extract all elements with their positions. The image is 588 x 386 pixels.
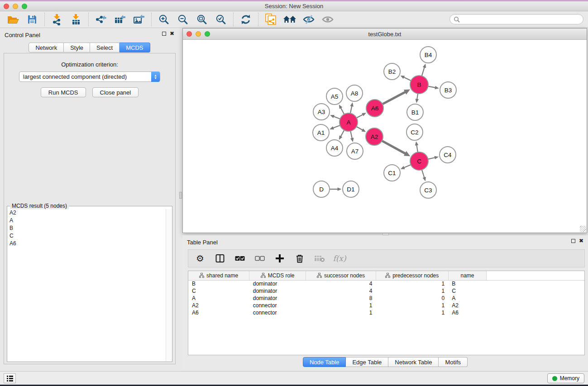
export-image-icon[interactable] — [132, 13, 146, 26]
show-all-icon[interactable] — [321, 13, 335, 26]
graph-node-label: C — [417, 158, 421, 165]
search-field[interactable] — [449, 14, 583, 24]
graph-edge-A-A2 — [356, 127, 363, 130]
float-table-panel-icon[interactable] — [571, 239, 575, 243]
window-resize-grip[interactable] — [580, 226, 586, 232]
table-row[interactable]: A6connector11A6 — [188, 309, 584, 316]
vertical-split-handle[interactable] — [179, 192, 182, 199]
import-network-icon[interactable] — [50, 13, 64, 26]
column-header-name[interactable]: name — [448, 271, 487, 280]
table-row[interactable]: A2connector11A2 — [188, 302, 584, 309]
graph-node-label: B — [417, 81, 421, 88]
mcds-panel: Optimization criterion: largest connecte… — [4, 53, 176, 364]
toolbar-separator — [44, 13, 45, 26]
tab-network[interactable]: Network — [29, 43, 64, 52]
graph-node-label: A7 — [351, 148, 359, 155]
graph-edge-B-B4 — [422, 67, 425, 76]
tab-edge-table[interactable]: Edge Table — [346, 357, 388, 367]
column-header-predecessor-nodes[interactable]: predecessor nodes — [376, 271, 448, 280]
tab-select[interactable]: Select — [90, 43, 120, 52]
graph-node-label: B2 — [388, 68, 396, 75]
toolbar-separator — [233, 13, 234, 26]
mcds-result-item[interactable]: A — [8, 217, 165, 224]
add-column-icon[interactable] — [274, 253, 285, 264]
attribute-settings-icon[interactable]: ⚙ — [195, 253, 206, 264]
network-graph[interactable]: AA1A2A3A4A5A6A7A8BB1B2B3B4CC1C2C3C4DD1 — [183, 40, 587, 233]
run-mcds-button[interactable]: Run MCDS — [41, 87, 86, 97]
first-neighbors-icon[interactable] — [283, 13, 296, 26]
memory-status-icon — [552, 376, 557, 381]
memory-button[interactable]: Memory — [547, 373, 584, 383]
table-row[interactable]: Cdominator41C — [188, 287, 584, 295]
apply-layout-icon[interactable] — [239, 13, 253, 26]
import-table-icon[interactable] — [69, 13, 83, 26]
graph-node-label: B1 — [411, 109, 419, 116]
zoom-fit-icon[interactable] — [195, 13, 209, 26]
select-all-rows-icon[interactable] — [234, 253, 245, 264]
mcds-result-scrollbar[interactable] — [166, 209, 172, 361]
toolbar-separator — [88, 13, 89, 26]
task-history-button[interactable] — [4, 373, 16, 383]
status-bar: Memory — [0, 371, 588, 385]
search-icon — [454, 16, 460, 23]
column-visibility-icon[interactable] — [215, 253, 225, 264]
tab-style[interactable]: Style — [64, 43, 90, 52]
close-table-panel-icon[interactable]: ✖ — [579, 239, 583, 243]
graph-node-label: A2 — [371, 133, 378, 140]
float-panel-icon[interactable] — [162, 32, 166, 36]
mcds-result-item[interactable]: A6 — [8, 240, 165, 248]
zoom-in-icon[interactable] — [157, 13, 171, 26]
tab-motifs[interactable]: Motifs — [439, 357, 468, 367]
main-titlebar: Session: New Session — [0, 1, 588, 11]
mcds-result-item[interactable]: B — [8, 224, 165, 232]
graph-edge-A-A8 — [350, 105, 352, 113]
criterion-dropdown[interactable]: largest connected component (directed) ▲… — [19, 71, 160, 82]
tab-node-table[interactable]: Node Table — [303, 357, 346, 367]
save-session-icon[interactable] — [25, 13, 39, 26]
mcds-result-item[interactable]: C — [8, 232, 165, 240]
mcds-result-item[interactable]: A2 — [8, 209, 165, 217]
destroy-table-icon[interactable] — [314, 253, 325, 264]
column-header-filler — [487, 271, 584, 280]
control-panel: Control Panel ✖ NetworkStyleSelectMCDS O… — [0, 28, 179, 371]
graph-node-label: C1 — [388, 170, 396, 176]
table-row[interactable]: Bdominator41B — [188, 280, 584, 287]
optimization-criterion-label: Optimization criterion: — [4, 61, 175, 68]
mcds-result-group: MCDS result (5 nodes) A2ABCA6 — [7, 206, 172, 362]
new-network-from-selection-icon[interactable] — [264, 13, 277, 26]
tab-network-table[interactable]: Network Table — [388, 357, 439, 367]
zoom-out-icon[interactable] — [176, 13, 190, 26]
graph-edge-A-A6 — [357, 114, 363, 118]
control-panel-title: Control Panel — [5, 32, 40, 38]
tab-mcds[interactable]: MCDS — [120, 43, 150, 52]
hide-selected-icon[interactable] — [302, 13, 316, 26]
table-row[interactable]: Adominator80A — [188, 295, 584, 302]
memory-label: Memory — [560, 375, 579, 381]
task-list-icon — [7, 376, 13, 381]
close-panel-button[interactable]: Close panel — [92, 87, 139, 97]
delete-columns-icon[interactable] — [294, 253, 305, 264]
column-header-successor-nodes[interactable]: successor nodes — [306, 271, 376, 280]
main-toolbar — [0, 11, 588, 28]
column-header-mcds-role[interactable]: MCDS role — [249, 271, 306, 280]
export-network-icon[interactable] — [94, 13, 108, 26]
mcds-result-list[interactable]: A2ABCA6 — [8, 209, 165, 361]
toolbar-separator — [151, 13, 152, 26]
graph-edge-C-C4 — [428, 157, 436, 159]
table-tabs: Node TableEdge TableNetwork TableMotifs — [182, 357, 588, 367]
network-canvas[interactable]: AA1A2A3A4A5A6A7A8BB1B2B3B4CC1C2C3C4DD1 — [183, 40, 587, 233]
criterion-value: largest connected component (directed) — [23, 73, 127, 80]
open-session-icon[interactable] — [6, 13, 20, 26]
zoom-selected-icon[interactable] — [214, 13, 228, 26]
search-input[interactable] — [460, 16, 573, 23]
deselect-all-rows-icon[interactable] — [254, 253, 265, 264]
function-builder-icon[interactable]: f(x) — [334, 253, 345, 264]
export-table-icon[interactable] — [113, 13, 127, 26]
application-window: Session: New Session — [0, 0, 588, 386]
network-window-titlebar[interactable]: testGlobe.txt — [183, 29, 587, 40]
graph-node-label: A5 — [331, 93, 339, 100]
column-header-shared-name[interactable]: shared name — [188, 271, 249, 280]
toolbar-separator — [258, 13, 258, 26]
close-panel-icon[interactable]: ✖ — [170, 32, 174, 36]
graph-edge-A-A5 — [340, 107, 344, 114]
